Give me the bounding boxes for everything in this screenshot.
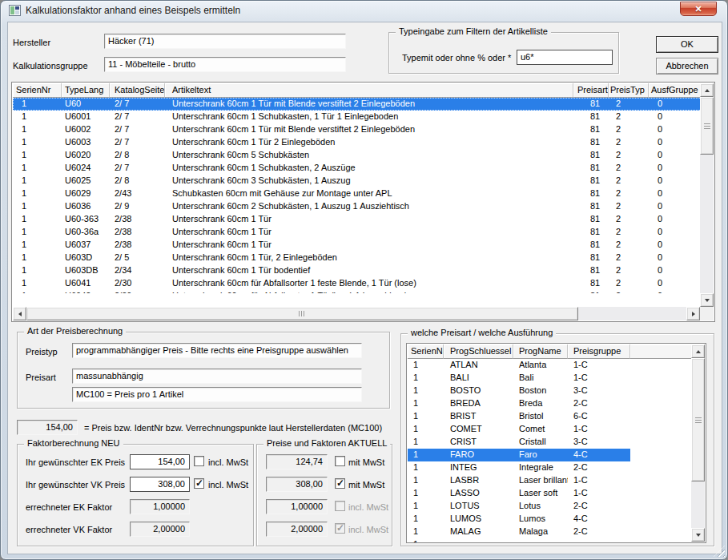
column-header[interactable]: ProgSchluessel bbox=[444, 344, 513, 359]
table-row[interactable]: 1U60202/ 8Unterschrank 60cm 5 Schubkäste… bbox=[13, 149, 702, 162]
table-row[interactable]: 1INTEGIntegrale2-C bbox=[408, 461, 693, 474]
cell bbox=[630, 410, 693, 423]
table-row[interactable]: 1U60422/30Unterschrank 60cm für Abfallso… bbox=[13, 290, 702, 293]
column-header[interactable]: PreisTyp bbox=[609, 83, 649, 98]
table-row[interactable]: 1BALIBali1-C bbox=[408, 372, 693, 385]
program-group-title: welche Preisart / welche Ausführung bbox=[408, 328, 556, 337]
table-row[interactable]: 1U60372/38Unterschrank 60cm 1 Tür8120 bbox=[13, 239, 702, 252]
column-header[interactable]: AusfGruppe bbox=[649, 83, 702, 98]
cell: COMET bbox=[444, 423, 513, 436]
column-header[interactable]: TypeLang bbox=[62, 83, 110, 98]
cell: 0 bbox=[649, 226, 702, 239]
ek-mwst-checkbox[interactable] bbox=[194, 456, 204, 466]
cell: 1 bbox=[408, 513, 444, 526]
table-row[interactable]: 1U603DB2/34Unterschrank 60cm 1 Tür boden… bbox=[13, 264, 702, 277]
cell bbox=[630, 423, 693, 436]
scroll-right-button[interactable] bbox=[686, 307, 700, 320]
vk-preis-input[interactable]: 308,00 bbox=[130, 477, 190, 492]
table-row[interactable]: 1LUMOSLumos4-C bbox=[408, 513, 693, 526]
cell: BALI bbox=[444, 372, 513, 385]
table-row[interactable]: 1U60292/43Schubkasten 60cm mit Gehäuse z… bbox=[13, 187, 702, 200]
column-header[interactable]: Artikeltext bbox=[165, 83, 573, 98]
table-row[interactable]: 1LASSOLaser soft1-C bbox=[408, 487, 693, 500]
table-row[interactable]: 1LOTUSLotus2-C bbox=[408, 500, 693, 513]
ok-button[interactable]: OK bbox=[656, 36, 718, 53]
cancel-button[interactable]: Abbrechen bbox=[656, 58, 718, 75]
ek-preis-input[interactable]: 154,00 bbox=[130, 454, 190, 469]
table-row[interactable]: 1MALAGMalaga2-C bbox=[408, 526, 693, 538]
cell: 81 bbox=[573, 162, 609, 175]
close-button[interactable]: ✕ bbox=[680, 2, 717, 16]
article-list-vscrollbar[interactable] bbox=[700, 83, 714, 307]
program-list-vscrollbar[interactable] bbox=[691, 344, 705, 542]
current-vk-mwst-label: mit MwSt bbox=[348, 480, 384, 489]
title-bar[interactable]: Kalkulationsfaktor anhand eines Beispels… bbox=[1, 1, 727, 20]
table-row[interactable]: 1U60012/ 7Unterschrank 60cm 1 Schubkaste… bbox=[13, 111, 702, 123]
cell: 81 bbox=[573, 149, 609, 162]
table-row[interactable]: 1U60-3632/38Unterschrank 60cm 1 Tür8120 bbox=[13, 213, 702, 226]
current-ek-mwst-checkbox[interactable] bbox=[335, 456, 345, 466]
cell: BOSTO bbox=[444, 385, 513, 397]
cell: 1-C bbox=[568, 474, 630, 487]
hscroll-thumb[interactable] bbox=[26, 307, 578, 320]
table-row[interactable]: 1BRISTBristol6-C bbox=[408, 410, 693, 423]
cell bbox=[630, 359, 693, 372]
table-row[interactable]: 1LASBRLaser brillant1-C bbox=[408, 474, 693, 487]
scroll-down-button[interactable] bbox=[691, 528, 705, 542]
table-row[interactable]: 1U60362/ 9Unterschrank 60cm 2 Schubkäste… bbox=[13, 200, 702, 213]
cell: 2 bbox=[609, 175, 649, 187]
cell: 2-C bbox=[568, 500, 630, 513]
scroll-up-button[interactable] bbox=[691, 344, 705, 358]
table-row[interactable]: 1U60252/ 8Unterschrank 60cm 3 Schubkäste… bbox=[13, 175, 702, 187]
cell: 81 bbox=[573, 98, 609, 111]
table-row[interactable]: 1ATLANAtlanta1-C bbox=[408, 359, 693, 372]
mc100-field: MC100 = Preis pro 1 Artikel bbox=[72, 387, 362, 402]
cell: U603D bbox=[62, 252, 110, 264]
table-row[interactable]: 1U60032/ 7Unterschrank 60cm 1 Tür 2 Einl… bbox=[13, 136, 702, 149]
cell: 0 bbox=[649, 200, 702, 213]
table-row[interactable]: 1COMETComet1-C bbox=[408, 423, 693, 436]
table-row[interactable]: 1 bbox=[408, 538, 693, 542]
table-row[interactable]: 1U603D2/ 5Unterschrank 60cm 1 Tür, 2 Ein… bbox=[13, 252, 702, 264]
cell: Unterschrank 60cm für Abfallsorter 1 Tür… bbox=[165, 290, 573, 293]
scroll-down-button[interactable] bbox=[700, 293, 714, 307]
filter-input[interactable]: u6* bbox=[517, 50, 613, 65]
cell: Unterschrank 60cm 1 Schubkasten, 1 Tür 1… bbox=[165, 111, 573, 123]
table-row[interactable]: 1BOSTOBoston3-C bbox=[408, 385, 693, 397]
table-row[interactable]: 1U60242/ 7Unterschrank 60cm 1 Schubkaste… bbox=[13, 162, 702, 175]
cell: 2/30 bbox=[110, 277, 165, 290]
cell: 1-C bbox=[568, 372, 630, 385]
table-row[interactable]: 1BREDABreda2-C bbox=[408, 397, 693, 410]
table-row[interactable]: 1U60-36a2/38Unterschrank 60cm 1 Tür8120 bbox=[13, 226, 702, 239]
vscroll-thumb[interactable] bbox=[691, 358, 705, 481]
cell: 81 bbox=[573, 264, 609, 277]
table-row[interactable]: 1CRISTCristall3-C bbox=[408, 436, 693, 449]
cell: 2 bbox=[609, 239, 649, 252]
current-vk-faktor-mwst-label: incl. MwSt bbox=[348, 525, 388, 534]
vk-mwst-checkbox[interactable] bbox=[194, 478, 204, 489]
scroll-up-button[interactable] bbox=[700, 83, 714, 97]
table-row[interactable]: 1U60022/ 7Unterschrank 60cm 1 Tür mit Bl… bbox=[13, 123, 702, 136]
column-header[interactable]: ProgName bbox=[513, 344, 568, 359]
current-vk-mwst-checkbox[interactable] bbox=[335, 478, 345, 489]
table-row[interactable]: 1U60412/30Unterschrank 60cm für Abfallso… bbox=[13, 277, 702, 290]
cell: 1 bbox=[408, 423, 444, 436]
ek-preis-label: Ihr gewünschter EK Preis bbox=[26, 457, 125, 467]
vscroll-thumb[interactable] bbox=[700, 97, 714, 155]
cell: U60-363 bbox=[62, 213, 110, 226]
cell bbox=[513, 538, 568, 542]
table-row[interactable]: 1U602/ 7Unterschrank 60cm 1 Tür mit Blen… bbox=[13, 98, 702, 111]
cell: 1 bbox=[13, 187, 62, 200]
cell: BREDA bbox=[444, 397, 513, 410]
cell bbox=[630, 474, 693, 487]
column-header[interactable]: KatalogSeite bbox=[110, 83, 165, 98]
scroll-left-button[interactable] bbox=[13, 307, 26, 320]
column-header[interactable]: Preisgruppe bbox=[568, 344, 630, 359]
table-row[interactable]: 1FAROFaro4-C bbox=[408, 449, 693, 461]
cell: 1 bbox=[13, 175, 62, 187]
column-header[interactable]: SerienNr bbox=[408, 344, 444, 359]
column-header[interactable] bbox=[630, 344, 693, 359]
article-list-hscrollbar[interactable] bbox=[13, 307, 700, 320]
column-header[interactable]: Preisart bbox=[573, 83, 609, 98]
column-header[interactable]: SerienNr bbox=[13, 83, 62, 98]
